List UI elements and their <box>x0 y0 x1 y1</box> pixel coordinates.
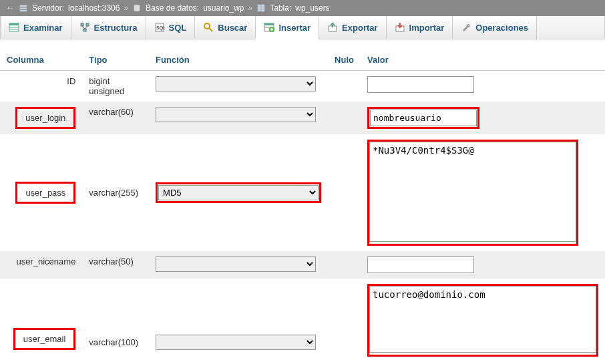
structure-icon <box>79 22 90 33</box>
value-input-id[interactable] <box>367 76 474 93</box>
table-value[interactable]: wp_users <box>295 3 329 13</box>
header-columna: Columna <box>0 49 82 71</box>
db-label: Base de datos: <box>146 3 199 13</box>
tab-label: Estructura <box>94 23 138 33</box>
table-header-row: Columna Tipo Función Nulo Valor <box>0 49 605 71</box>
tab-insertar[interactable]: Insertar <box>256 17 319 39</box>
svg-line-20 <box>209 28 212 31</box>
tab-label: SQL <box>169 23 187 33</box>
svg-rect-2 <box>20 10 27 12</box>
tab-bar: Examinar Estructura SQL SQL Buscar Inser… <box>0 16 605 39</box>
browse-icon <box>9 22 19 33</box>
header-tipo[interactable]: Tipo <box>89 55 107 65</box>
tab-label: Buscar <box>218 23 247 33</box>
svg-rect-9 <box>9 23 19 25</box>
svg-text:SQL: SQL <box>156 25 165 31</box>
breadcrumb: ← Servidor: localhost:3306 » Base de dat… <box>0 0 605 16</box>
col-name-user-email: user_email <box>13 328 76 350</box>
sql-icon: SQL <box>154 22 165 33</box>
server-icon <box>19 3 28 13</box>
db-value[interactable]: usuario_wp <box>203 3 244 13</box>
search-icon <box>203 22 214 33</box>
row-user-nicename: user_nicename varchar(50) <box>0 251 605 279</box>
func-select-id[interactable] <box>156 76 316 92</box>
tab-exportar[interactable]: Exportar <box>319 16 386 39</box>
col-name-user-login: user_login <box>15 107 75 129</box>
tab-importar[interactable]: Importar <box>387 16 453 39</box>
func-select-user-nicename[interactable] <box>156 256 316 272</box>
row-user-login: user_login varchar(60) <box>0 102 605 134</box>
value-textarea-user-email[interactable] <box>369 286 596 353</box>
svg-point-19 <box>204 23 210 29</box>
breadcrumb-sep: » <box>248 3 253 13</box>
col-type-user-login: varchar(60) <box>82 102 149 134</box>
tab-buscar[interactable]: Buscar <box>195 16 256 39</box>
col-type-user-email: varchar(100) <box>82 279 149 362</box>
back-arrow-icon[interactable]: ← <box>5 3 15 13</box>
col-type-user-pass: varchar(255) <box>82 134 149 251</box>
tab-operaciones[interactable]: Operaciones <box>453 16 537 39</box>
col-type-id: bigint unsigned <box>82 71 149 102</box>
header-nulo: Nulo <box>328 49 361 71</box>
breadcrumb-sep: » <box>124 3 128 13</box>
header-funcion[interactable]: Función <box>156 55 190 65</box>
func-select-user-email[interactable] <box>156 335 316 350</box>
tab-label: Examinar <box>23 23 63 33</box>
svg-rect-13 <box>86 23 89 26</box>
value-input-user-nicename[interactable] <box>367 256 474 273</box>
col-name-id: ID <box>0 71 82 102</box>
tab-estructura[interactable]: Estructura <box>71 16 146 39</box>
row-user-pass: user_pass varchar(255) MD5 <box>0 134 605 251</box>
table-label: Tabla: <box>270 3 291 13</box>
export-icon <box>327 22 338 33</box>
svg-rect-12 <box>81 23 83 26</box>
svg-line-15 <box>82 26 85 29</box>
col-name-user-pass: user_pass <box>15 182 75 204</box>
svg-rect-0 <box>20 5 27 7</box>
insert-table: Columna Tipo Función Nulo Valor ID bigin… <box>0 49 605 362</box>
tab-examinar[interactable]: Examinar <box>1 16 71 39</box>
import-icon <box>395 22 405 33</box>
server-value[interactable]: localhost:3306 <box>68 3 120 13</box>
value-input-user-login[interactable] <box>370 110 477 126</box>
form-content: Columna Tipo Función Nulo Valor ID bigin… <box>0 39 605 362</box>
col-name-user-nicename: user_nicename <box>0 251 82 279</box>
row-user-email: user_email varchar(100) <box>0 279 605 362</box>
header-valor: Valor <box>361 49 605 71</box>
tab-label: Operaciones <box>475 23 528 33</box>
server-label: Servidor: <box>32 3 64 13</box>
tab-label: Exportar <box>342 23 377 33</box>
row-id: ID bigint unsigned <box>0 71 605 102</box>
func-select-user-pass[interactable]: MD5 <box>158 185 319 200</box>
table-icon <box>256 3 266 13</box>
tab-sql[interactable]: SQL SQL <box>146 16 196 39</box>
col-type-user-nicename: varchar(50) <box>82 251 149 279</box>
svg-line-16 <box>85 26 87 29</box>
tab-label: Insertar <box>278 23 311 33</box>
tab-label: Importar <box>409 23 445 33</box>
insert-icon <box>264 22 274 33</box>
value-textarea-user-pass[interactable] <box>369 142 576 242</box>
svg-rect-22 <box>264 23 274 25</box>
database-icon <box>132 3 142 13</box>
svg-rect-1 <box>20 7 27 9</box>
func-select-user-login[interactable] <box>156 107 316 122</box>
svg-rect-14 <box>83 29 86 31</box>
wrench-icon <box>461 22 471 33</box>
